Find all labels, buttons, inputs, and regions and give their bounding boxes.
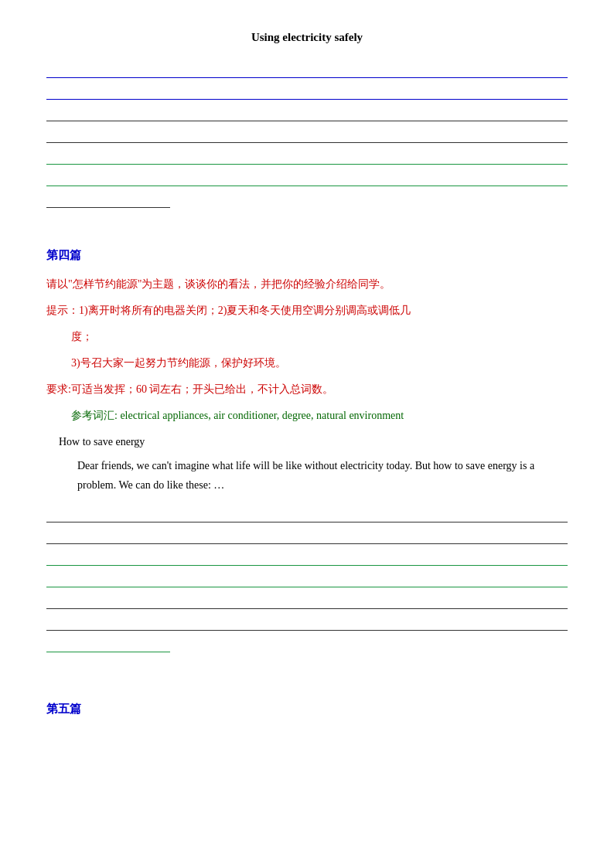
writing-line-2 — [46, 78, 568, 100]
section4-hint3: 3)号召大家一起努力节约能源，保护好环境。 — [71, 352, 568, 374]
writing-line-short-7 — [46, 186, 170, 208]
section4-requirement: 要求:可适当发挥；60 词左右；开头已给出，不计入总词数。 — [46, 379, 568, 400]
section4: 第四篇 请以"怎样节约能源"为主题，谈谈你的看法，并把你的经验介绍给同学。 提示… — [46, 248, 568, 652]
section4-hint1: 提示：1)离开时将所有的电器关闭；2)夏天和冬天使用空调分别调高或调低几 — [46, 300, 568, 322]
s4-writing-line-5 — [46, 587, 568, 609]
starter-title: How to save energy — [59, 431, 568, 453]
writing-line-5 — [46, 143, 568, 165]
section3-writing-area — [46, 56, 568, 208]
s4-writing-line-1 — [46, 501, 568, 523]
s4-writing-line-short-7 — [46, 631, 170, 652]
section5: 第五篇 — [46, 702, 568, 717]
s4-writing-line-4 — [46, 566, 568, 587]
s4-writing-line-2 — [46, 523, 568, 544]
section4-title: 第四篇 — [46, 248, 568, 263]
section4-hint2: 度； — [71, 326, 568, 348]
writing-line-3 — [46, 100, 568, 121]
vocab-label: 参考词汇: — [71, 410, 118, 421]
section5-title: 第五篇 — [46, 702, 568, 717]
writing-line-1 — [46, 56, 568, 78]
writing-line-6 — [46, 165, 568, 186]
s4-writing-line-6 — [46, 609, 568, 631]
s4-writing-line-3 — [46, 544, 568, 566]
section4-vocab: 参考词汇: electrical appliances, air conditi… — [71, 405, 568, 427]
page-title: Using electricity safely — [46, 31, 568, 44]
section4-prompt1: 请以"怎样节约能源"为主题，谈谈你的看法，并把你的经验介绍给同学。 — [46, 274, 568, 295]
writing-line-4 — [46, 121, 568, 143]
vocab-content: electrical appliances, air conditioner, … — [120, 410, 404, 421]
section4-writing-area — [46, 501, 568, 652]
starter-body: Dear friends, we can't imagine what life… — [77, 456, 568, 495]
